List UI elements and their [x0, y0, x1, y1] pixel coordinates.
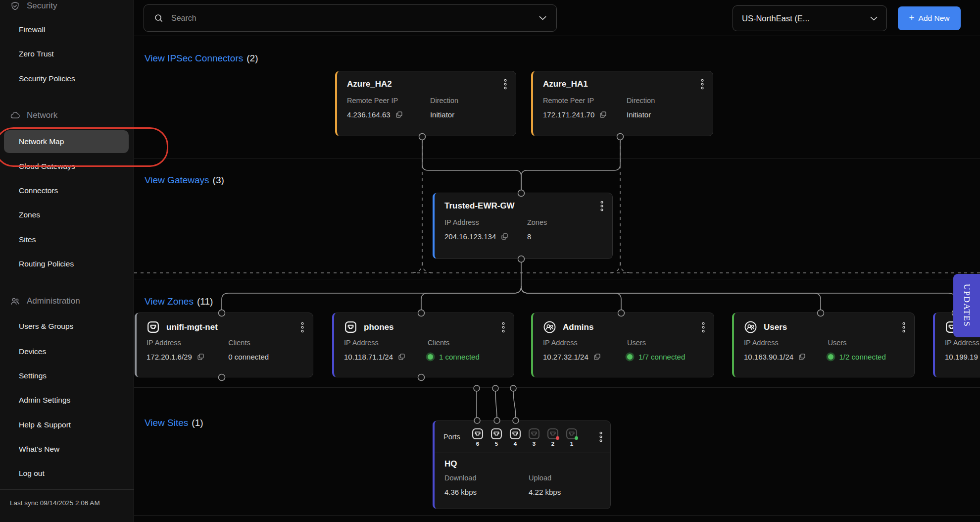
- zone-card-unifi-mgt-net[interactable]: unifi-mgt-net IP Address 172.20.1.6/29 C…: [135, 313, 313, 377]
- sidebar-item-connectors[interactable]: Connectors: [19, 185, 58, 196]
- kebab-menu-icon[interactable]: [902, 322, 905, 333]
- sidebar-item-help-support[interactable]: Help & Support: [19, 419, 71, 430]
- kebab-menu-icon[interactable]: [701, 79, 704, 90]
- ports-row: Ports 6 5 4 3: [435, 421, 610, 453]
- heading-ipsec-connectors: View IPSec Connectors (2): [145, 53, 258, 64]
- copy-icon[interactable]: [798, 353, 806, 361]
- kebab-menu-icon[interactable]: [702, 322, 705, 333]
- sidebar-section-administration: Administration: [10, 295, 80, 307]
- ethernet-port-icon: [471, 427, 484, 440]
- connector-card-azure-ha1[interactable]: Azure_HA1 Remote Peer IP 172.171.241.70 …: [531, 71, 713, 136]
- view-sites-link[interactable]: View Sites: [145, 418, 188, 428]
- gateway-card-trusted-ewr-gw[interactable]: Trusted-EWR-GW IP Address 204.16.123.134…: [433, 193, 613, 259]
- port-4[interactable]: 4: [506, 427, 525, 447]
- zone-card-users[interactable]: Users IP Address 10.163.90.1/24 Users 1/…: [732, 313, 915, 377]
- copy-icon[interactable]: [397, 353, 406, 361]
- add-new-label: Add New: [919, 14, 950, 23]
- plus-icon: +: [909, 12, 914, 23]
- kebab-menu-icon[interactable]: [600, 201, 603, 211]
- port-error-dot: [556, 436, 559, 440]
- remote-peer-ip-value: 4.236.164.63: [347, 110, 391, 119]
- ethernet-port-icon: [509, 427, 522, 440]
- zones-count-value: 8: [527, 232, 531, 241]
- card-title: unifi-mgt-net: [166, 322, 218, 332]
- copy-icon[interactable]: [196, 353, 205, 361]
- section-label: Network: [27, 110, 57, 120]
- sidebar-item-firewall[interactable]: Firewall: [19, 24, 45, 35]
- network-map-canvas: US-NorthEast (E... + Add New View IPSec …: [134, 0, 980, 522]
- ip-address-value: 10.27.32.1/24: [543, 353, 588, 361]
- sidebar: Security Firewall Zero Trust Security Po…: [0, 0, 134, 522]
- sidebar-item-whats-new[interactable]: What's New: [19, 444, 59, 455]
- field-label: Clients: [228, 339, 304, 347]
- upload-value: 4.22 kbps: [529, 488, 561, 496]
- copy-icon[interactable]: [395, 110, 403, 119]
- ip-address-value: 10.163.90.1/24: [744, 353, 793, 361]
- view-zones-link[interactable]: View Zones: [145, 296, 194, 307]
- port-6[interactable]: 6: [468, 427, 487, 447]
- ip-address-value: 10.199.19: [945, 353, 978, 361]
- sidebar-item-routing-policies[interactable]: Routing Policies: [19, 259, 74, 269]
- ethernet-port-icon: [490, 427, 503, 440]
- clients-status: 1 connected: [439, 353, 480, 361]
- sidebar-item-cloud-gateways[interactable]: Cloud Gateways: [19, 161, 75, 172]
- view-ipsec-connectors-link[interactable]: View IPSec Connectors: [145, 53, 243, 64]
- kebab-menu-icon[interactable]: [301, 322, 304, 333]
- field-label: Zones: [527, 218, 603, 226]
- zone-card-admins[interactable]: Admins IP Address 10.27.32.1/24 Users 1/…: [531, 313, 714, 377]
- zone-card-phones[interactable]: phones IP Address 10.118.71.1/24 Clients…: [332, 313, 514, 377]
- row-separator: [134, 387, 980, 388]
- view-gateways-link[interactable]: View Gateways: [145, 175, 209, 186]
- sidebar-item-network-map-selected[interactable]: Network Map: [4, 130, 129, 153]
- row-separator: [134, 158, 980, 158]
- sidebar-item-zero-trust[interactable]: Zero Trust: [19, 49, 54, 59]
- field-label: Remote Peer IP: [347, 97, 430, 104]
- field-label: IP Address: [444, 218, 527, 226]
- kebab-menu-icon[interactable]: [599, 431, 602, 442]
- sidebar-item-zones[interactable]: Zones: [19, 209, 40, 220]
- sidebar-item-settings[interactable]: Settings: [19, 370, 47, 381]
- copy-icon[interactable]: [593, 353, 601, 361]
- kebab-menu-icon[interactable]: [504, 79, 507, 90]
- sidebar-item-log-out[interactable]: Log out: [19, 468, 45, 479]
- ip-address-value: 204.16.123.134: [444, 232, 496, 241]
- sidebar-item-sites[interactable]: Sites: [19, 234, 36, 245]
- search-chevron-down-icon[interactable]: [539, 16, 546, 20]
- card-title: Trusted-EWR-GW: [444, 201, 515, 211]
- users-status: 1/2 connected: [839, 353, 886, 361]
- sidebar-section-security: Security: [10, 0, 57, 12]
- field-label: IP Address: [945, 339, 978, 347]
- sidebar-item-admin-settings[interactable]: Admin Settings: [19, 395, 70, 406]
- field-label: Direction: [430, 97, 507, 104]
- port-2[interactable]: 2: [543, 427, 562, 447]
- last-sync-status: Last sync 09/14/2025 2:06 AM: [10, 499, 100, 507]
- users-status: 1/7 connected: [638, 353, 685, 361]
- zones-count: (11): [197, 296, 213, 307]
- port-active-dot: [575, 436, 578, 440]
- copy-icon[interactable]: [599, 110, 607, 119]
- row-separator: [134, 279, 980, 279]
- connector-card-azure-ha2[interactable]: Azure_HA2 Remote Peer IP 4.236.164.63 Di…: [335, 71, 516, 136]
- region-selector[interactable]: US-NorthEast (E...: [733, 5, 887, 31]
- heading-sites: View Sites (1): [145, 418, 203, 428]
- card-title: Azure_HA1: [543, 79, 588, 89]
- sidebar-item-security-policies[interactable]: Security Policies: [19, 73, 75, 84]
- field-label: Users: [828, 339, 905, 347]
- port-5[interactable]: 5: [487, 427, 506, 447]
- port-3[interactable]: 3: [525, 427, 543, 447]
- heading-gateways: View Gateways (3): [145, 175, 224, 186]
- add-new-button[interactable]: + Add New: [898, 6, 961, 30]
- search-input[interactable]: [170, 13, 532, 23]
- sidebar-item-devices[interactable]: Devices: [19, 346, 46, 357]
- site-title: HQ: [444, 459, 600, 469]
- updates-tab[interactable]: UPDATES: [953, 274, 980, 337]
- card-title: phones: [364, 322, 393, 332]
- sidebar-item-users-groups[interactable]: Users & Groups: [19, 321, 73, 332]
- port-1[interactable]: 1: [562, 427, 581, 447]
- site-card-hq[interactable]: Ports 6 5 4 3: [433, 420, 611, 509]
- card-title: Users: [764, 322, 787, 332]
- copy-icon[interactable]: [500, 232, 509, 241]
- section-label: Security: [27, 1, 57, 11]
- kebab-menu-icon[interactable]: [502, 322, 505, 333]
- search-box[interactable]: [144, 4, 557, 32]
